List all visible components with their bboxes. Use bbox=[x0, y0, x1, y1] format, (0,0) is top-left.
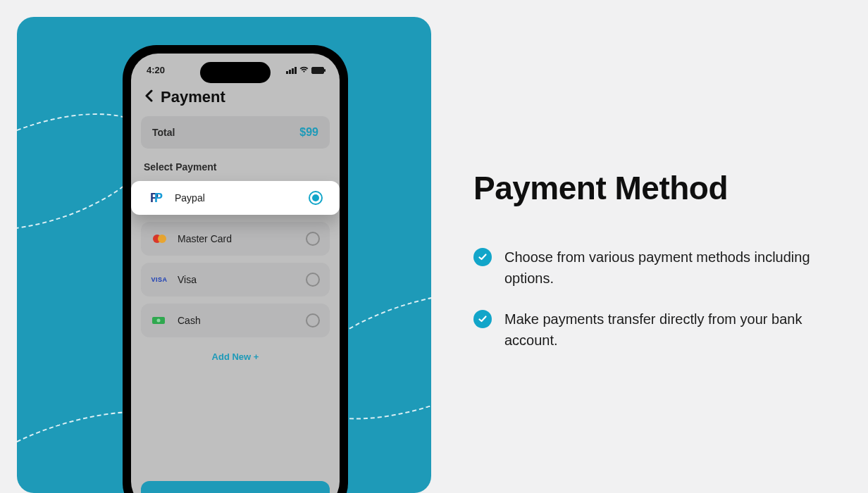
info-panel: Payment Method Choose from various payme… bbox=[431, 0, 868, 493]
illustration-panel: 4:20 Payment Total $99 bbox=[17, 17, 431, 493]
radio-unselected[interactable] bbox=[306, 273, 320, 287]
payment-option-label: Master Card bbox=[178, 233, 296, 244]
screen-content: Total $99 Select Payment PP Paypal Maste… bbox=[131, 116, 340, 375]
signal-icon bbox=[286, 67, 297, 74]
screen-header: Payment bbox=[131, 81, 340, 116]
radio-unselected[interactable] bbox=[306, 313, 320, 327]
section-label: Select Payment bbox=[144, 161, 327, 173]
battery-icon bbox=[311, 67, 324, 74]
svg-point-1 bbox=[157, 319, 161, 323]
radio-unselected[interactable] bbox=[306, 232, 320, 246]
radio-selected[interactable] bbox=[309, 191, 323, 205]
visa-icon: VISA bbox=[151, 273, 168, 286]
status-time: 4:20 bbox=[147, 65, 165, 75]
total-amount: $99 bbox=[299, 126, 318, 139]
wifi-icon bbox=[299, 66, 309, 75]
payment-option-paypal[interactable]: PP Paypal bbox=[131, 181, 340, 215]
paypal-icon: PP bbox=[148, 192, 165, 204]
phone-screen: 4:20 Payment Total $99 bbox=[131, 54, 340, 493]
feature-text: Make payments transfer directly from you… bbox=[504, 308, 814, 351]
total-label: Total bbox=[152, 127, 175, 138]
dynamic-island bbox=[200, 62, 271, 83]
payment-option-label: Cash bbox=[178, 315, 296, 326]
check-icon bbox=[473, 310, 492, 328]
back-icon[interactable] bbox=[144, 88, 154, 106]
total-row: Total $99 bbox=[141, 116, 330, 149]
feature-item: Make payments transfer directly from you… bbox=[473, 308, 826, 351]
payment-option-label: Paypal bbox=[175, 192, 299, 204]
cash-icon bbox=[151, 314, 168, 327]
feature-item: Choose from various payment methods incl… bbox=[473, 246, 826, 289]
mastercard-icon bbox=[151, 232, 168, 245]
payment-option-cash[interactable]: Cash bbox=[141, 304, 330, 337]
phone-device: 4:20 Payment Total $99 bbox=[123, 45, 348, 493]
payment-option-mastercard[interactable]: Master Card bbox=[141, 222, 330, 256]
status-indicators bbox=[286, 66, 324, 75]
payment-option-visa[interactable]: VISA Visa bbox=[141, 263, 330, 297]
payment-option-label: Visa bbox=[178, 274, 296, 285]
feature-text: Choose from various payment methods incl… bbox=[504, 246, 814, 289]
page-title: Payment bbox=[161, 88, 225, 106]
confirm-button[interactable]: Confirm bbox=[141, 481, 330, 493]
main-heading: Payment Method bbox=[473, 169, 826, 207]
add-new-button[interactable]: Add New + bbox=[141, 344, 330, 375]
check-icon bbox=[473, 248, 492, 266]
